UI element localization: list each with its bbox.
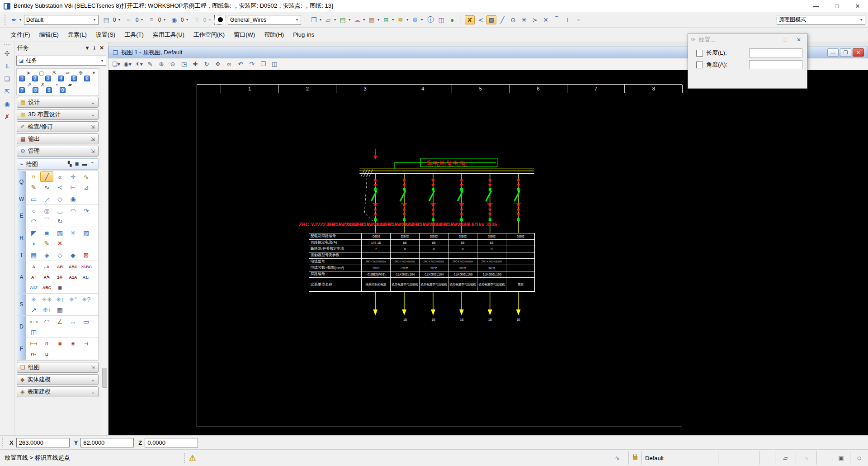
z-coordinate-input[interactable] (145, 438, 198, 447)
palette-tool-button[interactable]: ▨ (80, 228, 93, 238)
palette-tool-button[interactable]: ⊔ (40, 349, 53, 359)
palette-tool-button[interactable]: 1✛ (53, 272, 66, 282)
palette-tool-button[interactable]: ✎ (40, 238, 53, 248)
drawing-section-bar[interactable]: ⌁ 绘图 ▚ ≣ ▬ ⌃ (17, 158, 99, 170)
dock-tool-button[interactable]: ❏ (4, 75, 10, 82)
palette-tool-button[interactable]: ○ (27, 205, 40, 216)
snap-mode-button[interactable]: ▩ (486, 15, 496, 24)
view-tool-button[interactable]: ↷ (247, 60, 257, 69)
task-panel-scrollbar[interactable] (101, 67, 108, 435)
palette-tool-button[interactable]: ◡ (53, 205, 66, 216)
palette-tool-button[interactable]: « (53, 171, 66, 182)
palette-tool-button[interactable]: ↷ (80, 205, 93, 216)
palette-tool-button[interactable]: ⊢⊣ (27, 338, 40, 349)
primary-tool-dropdown[interactable]: ≣▾ (396, 15, 409, 24)
toolbar-grip[interactable] (5, 15, 6, 25)
palette-tool-button[interactable]: ▭ (80, 316, 93, 327)
palette-tool-button[interactable]: ▦ (53, 282, 66, 293)
view-tool-button[interactable]: ↶ (236, 60, 245, 69)
palette-tool-button[interactable]: AB (53, 262, 66, 272)
menu-item[interactable]: 工作空间(K) (189, 29, 229, 41)
palette-tool-button[interactable]: A (27, 262, 40, 272)
task-section-bar[interactable]: ▤输出⇲ (17, 133, 99, 144)
y-coordinate-input[interactable] (80, 438, 134, 447)
active-color-swatch[interactable] (214, 15, 226, 25)
view-minimize-button[interactable]: — (827, 48, 839, 57)
palette-tool-button[interactable]: A1↓ (80, 272, 93, 282)
numbered-tool-button[interactable]: ⇗7 (19, 82, 32, 94)
task-section-bar[interactable]: ◆实体建模⌄ (17, 374, 99, 385)
constraint-checkbox[interactable] (696, 62, 703, 68)
palette-tool-button[interactable]: ✳ (27, 294, 40, 304)
utility-icon[interactable]: ⓘ (425, 15, 435, 24)
palette-tool-button[interactable]: ◤ (27, 228, 40, 238)
snap-mode-button[interactable]: ✕ (541, 15, 551, 24)
numbered-tool-button[interactable]: ✗8 (32, 82, 46, 94)
palette-tool-button[interactable]: ◇ (53, 250, 66, 260)
palette-tool-button[interactable]: ◿ (40, 194, 53, 204)
palette-tool-button[interactable]: A1A (66, 272, 80, 282)
attribute-dropdown[interactable]: ▤0▾ (100, 15, 122, 25)
palette-tool-button[interactable]: ◆ (66, 250, 80, 260)
task-section-bar[interactable]: ▦3D 布置设计⌄ (17, 109, 99, 120)
palette-tool-button[interactable]: ⊿ (80, 182, 93, 192)
task-selector-combo[interactable]: ◪ 任务 ▾ (16, 56, 106, 66)
dock-tool-button[interactable]: ⇩ (5, 62, 10, 70)
view-tool-button[interactable]: ✥ (213, 60, 223, 69)
palette-tool-button[interactable]: ⊠ (80, 250, 93, 260)
snap-mode-button[interactable]: ⊙ (508, 15, 518, 24)
palette-tool-button[interactable]: A12 (27, 282, 40, 293)
palette-tool-button[interactable]: A↑ (27, 272, 40, 282)
attribute-dropdown[interactable]: ┄0▾ (123, 15, 145, 25)
menu-item[interactable]: 工具(T) (120, 29, 148, 41)
palette-tool-button[interactable]: ⌐A (40, 262, 53, 272)
attribute-dropdown[interactable]: ◉0▾ (168, 15, 190, 25)
fence-cell[interactable] (760, 451, 775, 465)
coordbar-grip[interactable] (2, 437, 4, 447)
palette-tool-button[interactable]: ◈ (40, 250, 53, 260)
utility-icon[interactable]: ◫ (436, 15, 446, 24)
palette-tool-button[interactable]: ≺ (53, 182, 66, 192)
view-tool-button[interactable]: ⊖ (168, 60, 178, 69)
palette-hotkey-tab[interactable]: R (17, 227, 26, 249)
palette-hotkey-tab[interactable]: Q (17, 171, 26, 193)
primary-tool-dropdown[interactable]: ▦▾ (367, 15, 380, 24)
schematic-mode-combo[interactable]: 原理图模式▾ (777, 15, 865, 25)
palette-tool-button[interactable]: ▦ (53, 304, 66, 315)
attribute-dropdown[interactable]: ≡0▾ (146, 15, 167, 25)
dock-grip[interactable] (4, 44, 10, 45)
palette-tool-button[interactable]: ∿ (80, 171, 93, 182)
menu-item[interactable]: 文件(F) (6, 29, 35, 41)
palette-tool-button[interactable]: ✳ (66, 228, 80, 238)
primary-tool-dropdown[interactable]: ❒▾ (309, 15, 322, 24)
primary-tool-dropdown[interactable]: ⊞▾ (381, 15, 395, 24)
active-level-indicator[interactable]: Default (641, 451, 718, 465)
selection-info-cell[interactable] (718, 451, 760, 465)
palette-tool-button[interactable]: ⊢ (66, 182, 80, 192)
palette-tool-button[interactable]: ◫ (27, 327, 40, 337)
palette-tool-button[interactable]: ❉↑ (40, 304, 53, 315)
palette-tool-button[interactable]: ▧ (53, 228, 66, 238)
palette-tool-button[interactable]: ◉ (66, 194, 80, 204)
palette-tool-button[interactable]: ABC (66, 262, 80, 272)
palette-tool-button[interactable]: ↗ (27, 304, 40, 315)
view-close-button[interactable]: ✕ (853, 48, 864, 57)
palette-tool-button[interactable]: ⊓ (40, 338, 53, 349)
palette-tool-button[interactable]: ⊓∘ (27, 349, 40, 359)
task-section-bar[interactable]: ⚙管理⇲ (17, 146, 99, 157)
view-tool-button[interactable]: ◉▾ (123, 60, 132, 69)
palette-hotkey-tab[interactable]: D (17, 316, 26, 338)
dock-tool-button[interactable]: ⇱ (5, 88, 10, 95)
task-section-bar[interactable]: ▦设计⌄ (17, 97, 99, 108)
view-restore-button[interactable]: ❐ (840, 48, 851, 57)
dialog-close-button[interactable]: ✕ (793, 37, 804, 43)
snap-mode-button[interactable]: ✳ (519, 15, 529, 24)
view-tool-button[interactable]: ∞ (224, 60, 234, 69)
close-panel-icon[interactable]: ✕ (98, 45, 105, 51)
chevron-down-icon[interactable]: ▼ (84, 45, 91, 51)
palette-tool-button[interactable]: ✛ (66, 171, 80, 182)
primary-tool-dropdown[interactable]: ☁▾ (352, 15, 366, 24)
palette-hotkey-tab[interactable]: T (17, 249, 26, 261)
active-element-template-button[interactable]: ✒▾ (9, 15, 22, 24)
constraint-checkbox[interactable] (696, 50, 703, 57)
